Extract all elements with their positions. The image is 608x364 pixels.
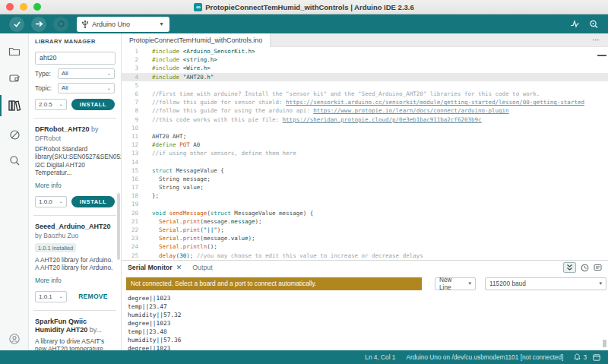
serial-output-line: temp||23.47 [128, 302, 608, 311]
line-number: 12 [122, 141, 143, 148]
type-filter-dropdown[interactable]: All ⌄ [58, 68, 115, 79]
library-item-title: Seeed_Arduino_AHT20 [35, 223, 115, 231]
code-line-4[interactable]: 4#include "AHT20.h" [122, 73, 608, 81]
window-title: ProtopieConnectTemHumid_withControls | A… [205, 3, 413, 11]
line-number: 23 [122, 235, 143, 242]
library-item-badge-row: 1.0.1 installed [35, 239, 115, 253]
library-item-controls: 1.0.1⌄REMOVE [35, 291, 115, 302]
serial-plotter-button[interactable] [570, 20, 580, 28]
code-line-11[interactable]: 11AHT20 AHT; [122, 132, 608, 141]
version-dropdown[interactable]: 1.0.0⌄ [35, 196, 67, 207]
more-info-link[interactable]: More info [35, 277, 62, 284]
upload-button[interactable] [31, 17, 46, 32]
code-line-5[interactable]: 5 [122, 81, 608, 90]
notification-center-button[interactable] [593, 354, 600, 361]
serial-output-line: degree||1023 [128, 294, 608, 302]
close-icon[interactable]: ✕ [176, 264, 182, 271]
code-line-23[interactable]: 23 Serial.print(message.value); [122, 234, 608, 242]
serial-monitor-button[interactable] [589, 20, 599, 29]
line-content: Serial.print(message.value); [143, 235, 255, 242]
line-number: 11 [122, 133, 143, 140]
usb-icon [82, 20, 88, 28]
install-button[interactable]: INSTALL [71, 99, 115, 110]
code-line-21[interactable]: 21 Serial.print(message.message); [122, 217, 608, 226]
line-number: 21 [122, 218, 143, 225]
tab-output[interactable]: Output [192, 264, 212, 271]
code-line-2[interactable]: 2#include <string.h> [122, 55, 608, 64]
code-line-10[interactable]: 10 [122, 124, 608, 132]
toggle-autoscroll-button[interactable] [563, 262, 576, 273]
code-line-9[interactable]: 9//this code works with this pie file: h… [122, 116, 608, 124]
sidebar-item-debug[interactable] [0, 123, 29, 146]
line-content: struct MessageValue { [143, 167, 224, 174]
editor-tab[interactable]: ProtopieConnectTemHumid_withControls.ino [122, 33, 271, 47]
notifications-button[interactable]: 3 [574, 353, 587, 361]
checkmark-icon [13, 20, 21, 28]
baud-rate-dropdown[interactable]: 115200 baud ▾ [485, 277, 606, 290]
chevron-down-icon: ▾ [594, 280, 602, 286]
more-info-link[interactable]: More info [35, 182, 62, 189]
code-line-17[interactable]: 17 String value; [122, 183, 608, 191]
code-line-15[interactable]: 15struct MessageValue { [122, 166, 608, 175]
code-line-24[interactable]: 24 Serial.println(); [122, 242, 608, 251]
code-line-3[interactable]: 3#include <Wire.h> [122, 64, 608, 72]
version-dropdown[interactable]: 1.0.1⌄ [35, 291, 67, 302]
tab-overflow-menu[interactable]: ⋯ [592, 36, 600, 44]
line-content: //this code works with this pie file: ht… [143, 116, 482, 123]
line-number: 16 [122, 176, 143, 182]
code-line-6[interactable]: 6//First time with arduino? Install the … [122, 90, 608, 98]
code-line-16[interactable]: 16 String message; [122, 175, 608, 183]
code-line-13[interactable]: 13//if using other sensors, define them … [122, 149, 608, 157]
title-bar: ∞ ProtopieConnectTemHumid_withControls |… [0, 0, 608, 14]
line-content: //follow this guide for using the arduin… [143, 107, 509, 114]
code-line-1[interactable]: 1#include <Arduino_SensorKit.h> [122, 47, 608, 55]
sidebar-item-search[interactable] [0, 149, 29, 172]
board-port-status[interactable]: Arduino Uno on /dev/cu.usbmodem1101 [not… [406, 353, 563, 361]
line-number: 13 [122, 150, 143, 157]
code-line-18[interactable]: 18}; [122, 191, 608, 200]
topic-filter-dropdown[interactable]: All ⌄ [58, 83, 115, 93]
verify-button[interactable] [9, 17, 24, 32]
chevron-down-icon: ⌄ [59, 293, 63, 299]
line-number: 4 [122, 74, 143, 81]
search-icon [9, 155, 21, 166]
code-line-7[interactable]: 7//follow this guide for sensor shield: … [122, 98, 608, 106]
line-ending-dropdown[interactable]: New Line ▾ [435, 277, 476, 290]
serial-output[interactable]: degree||1023temp||23.47humidity||57.32de… [122, 293, 608, 350]
code-line-8[interactable]: 8//follow this guide for using the ardui… [122, 106, 608, 115]
version-dropdown[interactable]: 2.0.5 ⌄ [35, 99, 67, 110]
code-line-25[interactable]: 25 delay(30); //you may choose to edit t… [122, 252, 608, 260]
clock-icon [581, 264, 589, 272]
cursor-position[interactable]: Ln 4, Col 1 [365, 353, 395, 361]
double-chevron-down-icon [566, 264, 573, 271]
sidebar-item-sketchbook[interactable] [0, 40, 29, 62]
right-arrow-icon [35, 20, 43, 28]
account-button[interactable] [0, 331, 29, 347]
library-item-controls: 1.0.0⌄INSTALL [35, 196, 115, 207]
library-item: Seeed_Arduino_AHT20by Baozhu Zuo1.0.1 in… [35, 216, 115, 302]
code-line-20[interactable]: 20void sendMessage(struct MessageValue m… [122, 209, 608, 217]
board-selector-dropdown[interactable]: Arduino Uno ▼ [77, 17, 169, 32]
library-name: Seeed_Arduino_AHT20 [35, 223, 111, 230]
remove-button[interactable]: REMOVE [71, 293, 115, 300]
sidebar-item-boards-manager[interactable] [0, 67, 29, 90]
code-line-19[interactable]: 19 [122, 200, 608, 208]
serial-output-scrollbar[interactable] [603, 340, 606, 347]
clear-output-button[interactable] [594, 264, 602, 271]
timestamp-toggle-button[interactable] [581, 264, 589, 272]
debug-button[interactable] [53, 17, 68, 32]
chevron-down-icon: ⌄ [59, 198, 63, 204]
code-editor[interactable]: 1#include <Arduino_SensorKit.h>2#include… [122, 47, 608, 260]
chevron-down-icon: ⌄ [107, 85, 111, 91]
code-line-14[interactable]: 14 [122, 157, 608, 166]
tab-serial-monitor[interactable]: Serial Monitor ✕ [128, 264, 182, 271]
library-search-input[interactable] [35, 52, 116, 65]
sidebar-item-library-manager[interactable] [0, 93, 29, 119]
code-line-12[interactable]: 12#define POT A0 [122, 141, 608, 149]
line-number: 25 [122, 252, 143, 259]
type-filter-label: Type: [35, 70, 58, 78]
line-content: //if using other sensors, define them he… [143, 150, 296, 157]
code-line-22[interactable]: 22 Serial.print("||"); [122, 226, 608, 234]
install-button[interactable]: INSTALL [71, 196, 115, 207]
library-panel-scrollbar[interactable] [117, 193, 120, 260]
